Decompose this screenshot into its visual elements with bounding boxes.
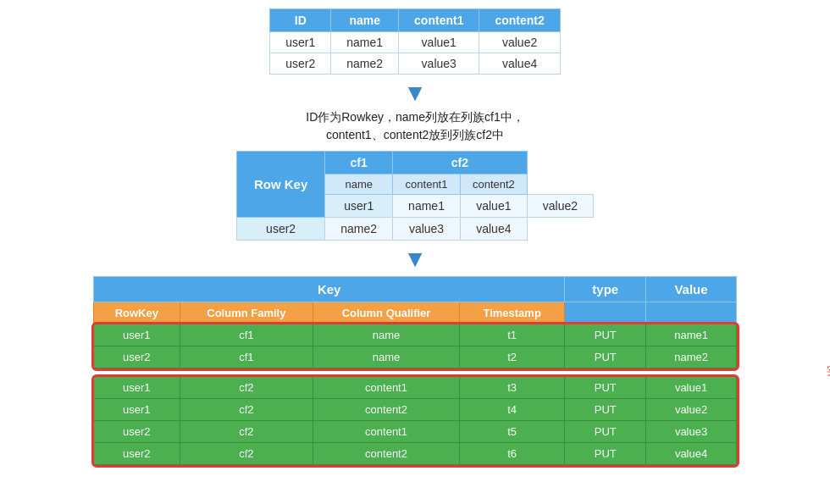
table-cell: PUT xyxy=(565,421,646,443)
timestamp-cell: t3 xyxy=(459,377,564,399)
table-cell: name2 xyxy=(646,346,737,368)
arrow-down-2: ▼ xyxy=(25,247,805,271)
bottom-sub-header: Column Family xyxy=(180,302,313,324)
value-header: Value xyxy=(646,277,737,302)
table-cell: content1 xyxy=(313,377,460,399)
table-row: user1cf2content2t4PUTvalue2 xyxy=(94,399,737,421)
table-cell: value4 xyxy=(646,443,737,465)
timestamp-cell: t2 xyxy=(459,346,564,368)
top-table-wrapper: IDnamecontent1content2 user1name1value1v… xyxy=(25,8,805,75)
timestamp-cell: t1 xyxy=(459,324,564,346)
table-cell: content1 xyxy=(313,421,460,443)
table-cell: user2 xyxy=(270,53,331,75)
bottom-section: KeytypeValueRowKeyColumn FamilyColumn Qu… xyxy=(25,276,805,465)
type-header: type xyxy=(565,277,646,302)
table-row: user2name2value3value4 xyxy=(236,218,593,241)
key-header: Key xyxy=(94,277,565,302)
timestamp-cell: t6 xyxy=(459,443,564,465)
bottom-sub-header: RowKey xyxy=(94,302,180,324)
rowkey-header: Row Key xyxy=(236,152,324,218)
table-cell: value2 xyxy=(527,195,593,218)
table-cell: value3 xyxy=(399,53,479,75)
table-cell: cf1 xyxy=(180,346,313,368)
top-table-header: name xyxy=(331,9,399,32)
top-table: IDnamecontent1content2 user1name1value1v… xyxy=(269,8,561,75)
table-cell: PUT xyxy=(565,443,646,465)
table-cell: cf2 xyxy=(180,443,313,465)
table-cell: value2 xyxy=(646,399,737,421)
table-cell: PUT xyxy=(565,399,646,421)
timestamp-cell: t5 xyxy=(459,421,564,443)
bottom-sub-header: Column Qualifier xyxy=(313,302,460,324)
table-cell: value1 xyxy=(399,32,479,53)
table-cell: value3 xyxy=(646,421,737,443)
table-cell: cf2 xyxy=(180,421,313,443)
bottom-table: KeytypeValueRowKeyColumn FamilyColumn Qu… xyxy=(93,276,737,465)
table-row: user2name2value3value4 xyxy=(270,53,561,75)
table-row: user2cf2content1t5PUTvalue3 xyxy=(94,421,737,443)
top-table-header: ID xyxy=(270,9,331,32)
table-cell: content2 xyxy=(313,443,460,465)
table-row: user1cf2content1t3PUTvalue1 xyxy=(94,377,737,399)
table-cell: user1 xyxy=(94,324,180,346)
table-cell: cf2 xyxy=(180,377,313,399)
table-cell: value4 xyxy=(460,218,527,241)
bottom-sub-header: Timestamp xyxy=(459,302,564,324)
desc-line2: content1、content2放到列族cf2中 xyxy=(326,128,504,141)
rowkey-cell: user2 xyxy=(236,218,324,241)
table-cell: value1 xyxy=(646,377,737,399)
table-cell: name xyxy=(313,346,460,368)
table-cell: PUT xyxy=(565,324,646,346)
cf2-header: cf2 xyxy=(393,152,528,174)
timestamp-cell: t4 xyxy=(459,399,564,421)
middle-sub-header: content1 xyxy=(393,174,461,195)
top-table-header: content1 xyxy=(399,9,479,32)
table-cell: name xyxy=(313,324,460,346)
middle-sub-header: content2 xyxy=(460,174,527,195)
table-cell: cf1 xyxy=(180,324,313,346)
bottom-table-wrapper: KeytypeValueRowKeyColumn FamilyColumn Qu… xyxy=(93,276,737,465)
table-cell: name1 xyxy=(646,324,737,346)
table-cell: name1 xyxy=(331,32,399,53)
table-cell: user1 xyxy=(94,377,180,399)
middle-sub-header: name xyxy=(325,174,393,195)
table-cell: PUT xyxy=(565,346,646,368)
rowkey-cell: user1 xyxy=(325,195,393,218)
table-cell: name1 xyxy=(393,195,461,218)
table-cell: user1 xyxy=(94,399,180,421)
table-cell: content2 xyxy=(313,399,460,421)
table-cell: value4 xyxy=(479,53,560,75)
side-label: 实际存储内容 xyxy=(827,363,830,379)
table-row: user1name1value1value2 xyxy=(270,32,561,53)
table-cell: value2 xyxy=(479,32,560,53)
table-cell: PUT xyxy=(565,377,646,399)
table-cell: user2 xyxy=(94,443,180,465)
table-cell: cf2 xyxy=(180,399,313,421)
table-row: user2cf2content2t6PUTvalue4 xyxy=(94,443,737,465)
arrow-down-1: ▼ xyxy=(25,81,805,105)
desc-line1: ID作为Rowkey，name列放在列族cf1中， xyxy=(306,110,524,124)
main-container: IDnamecontent1content2 user1name1value1v… xyxy=(0,0,830,474)
middle-table-wrapper: Row Keycf1cf2namecontent1content2user1na… xyxy=(25,151,805,241)
middle-table: Row Keycf1cf2namecontent1content2user1na… xyxy=(236,151,594,241)
table-cell: value3 xyxy=(393,218,461,241)
table-cell: name2 xyxy=(325,218,393,241)
table-cell: user2 xyxy=(94,421,180,443)
cf1-header: cf1 xyxy=(325,152,393,174)
table-cell: value1 xyxy=(460,195,527,218)
top-table-header: content2 xyxy=(479,9,560,32)
table-row: user2cf1namet2PUTname2 xyxy=(94,346,737,368)
description: ID作为Rowkey，name列放在列族cf1中， content1、conte… xyxy=(25,108,805,144)
table-cell: user2 xyxy=(94,346,180,368)
table-cell: name2 xyxy=(331,53,399,75)
table-row: user1cf1namet1PUTname1 xyxy=(94,324,737,346)
table-cell: user1 xyxy=(270,32,331,53)
